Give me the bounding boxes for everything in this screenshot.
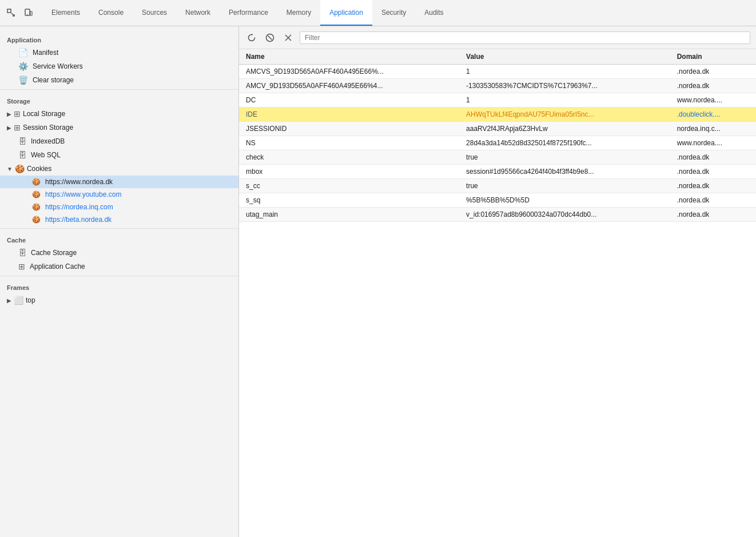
cell-value: aaaRV2f4JRApja6Z3HvLw [459,122,670,136]
col-header-domain: Domain [670,49,756,65]
close-button[interactable] [281,31,295,45]
main-layout: Application 📄 Manifest ⚙️ Service Worker… [0,26,756,537]
table-row[interactable]: checktrue.nordea.dk [239,150,756,165]
service-workers-label: Service Workers [33,62,83,70]
cell-value: 28d4a3da14b52d8d325014f8725f190fc... [459,136,670,150]
tab-network[interactable]: Network [176,0,220,26]
sidebar-item-application-cache[interactable]: ⊞ Application Cache [0,260,238,273]
cell-value: 1 [459,93,670,108]
svg-rect-2 [30,11,32,15]
divider-1 [0,89,238,90]
cell-name: utag_main [239,208,459,222]
sidebar-item-cookies[interactable]: ▼ 🍪 Cookies [0,162,238,176]
tab-sources[interactable]: Sources [133,0,176,26]
sidebar-item-cookie-beta[interactable]: 🍪 https://beta.nordea.dk [0,213,238,226]
main-tabs: Elements Console Sources Network Perform… [42,0,453,26]
cell-domain: .doubleclick.... [670,108,756,122]
cell-domain: .nordea.dk [670,79,756,93]
cell-value: AHWqTUkLf4EqpndAU75FUima05rI5nc... [459,108,670,122]
cookies-label: Cookies [27,165,51,173]
cell-value: v_id:016957ad8b96000324a070dc44db0... [459,208,670,222]
cookie-nordea-url: https://www.nordea.dk [45,178,113,186]
sidebar-item-local-storage[interactable]: ▶ ⊞ Local Storage [0,107,238,121]
sidebar-item-indexeddb[interactable]: 🗄 IndexedDB [0,134,238,148]
table-row[interactable]: NS28d4a3da14b52d8d325014f8725f190fc...ww… [239,136,756,150]
sidebar-item-cookie-nordea[interactable]: 🍪 https://www.nordea.dk [0,176,238,188]
svg-rect-0 [7,9,11,13]
table-row[interactable]: utag_mainv_id:016957ad8b96000324a070dc44… [239,208,756,222]
tab-security[interactable]: Security [372,0,415,26]
cell-domain: .nordea.dk [670,179,756,193]
table-row[interactable]: JSESSIONIDaaaRV2f4JRApja6Z3HvLwnordea.in… [239,122,756,136]
cookie-beta-url: https://beta.nordea.dk [45,216,112,224]
indexeddb-icon: 🗄 [18,137,26,146]
refresh-button[interactable] [245,31,258,45]
tab-performance[interactable]: Performance [220,0,277,26]
sidebar-item-manifest[interactable]: 📄 Manifest [0,46,238,59]
cell-name: AMCV_9D193D565A0AFF460A495E66%4... [239,79,459,93]
tab-console[interactable]: Console [89,0,133,26]
cell-domain: nordea.inq.c... [670,122,756,136]
cache-storage-label: Cache Storage [31,249,77,257]
sidebar-item-cookie-inq[interactable]: 🍪 https://nordea.inq.com [0,201,238,213]
cell-name: AMCVS_9D193D565A0AFF460A495E66%... [239,65,459,79]
manifest-label: Manifest [33,49,58,57]
cookie-beta-icon: 🍪 [32,216,41,224]
filter-input[interactable] [300,31,750,44]
svg-line-5 [268,35,272,39]
table-row[interactable]: mboxsession#1d95566ca4264f40b4f3ff4b9e8.… [239,165,756,179]
clear-button[interactable] [263,31,277,45]
cell-name: s_cc [239,179,459,193]
device-icon[interactable] [22,6,35,20]
cookie-youtube-url: https://www.youtube.com [45,190,121,198]
cell-domain: www.nordea.... [670,136,756,150]
tab-audits[interactable]: Audits [415,0,452,26]
tab-application[interactable]: Application [320,0,372,26]
divider-3 [0,276,238,276]
tab-elements[interactable]: Elements [42,0,89,26]
cell-value: true [459,150,670,165]
divider-2 [0,228,238,229]
table-row[interactable]: AMCVS_9D193D565A0AFF460A495E66%...1.nord… [239,65,756,79]
table-row[interactable]: s_sq%5B%5BB%5D%5D.nordea.dk [239,193,756,208]
cell-domain: .nordea.dk [670,150,756,165]
table-row[interactable]: AMCV_9D193D565A0AFF460A495E66%4...-13035… [239,79,756,93]
cell-name: NS [239,136,459,150]
tab-memory[interactable]: Memory [277,0,320,26]
sidebar-item-session-storage[interactable]: ▶ ⊞ Session Storage [0,121,238,134]
cookies-arrow: ▼ [7,166,13,172]
table-row[interactable]: s_cctrue.nordea.dk [239,179,756,193]
tab-bar: Elements Console Sources Network Perform… [0,0,756,26]
cookie-inq-icon: 🍪 [32,203,41,211]
cookie-inq-url: https://nordea.inq.com [45,203,113,211]
right-panel: Name Value Domain AMCVS_9D193D565A0AFF46… [239,26,756,537]
cell-value: -1303530583%7CMCIDTS%7C17963%7... [459,79,670,93]
sidebar: Application 📄 Manifest ⚙️ Service Worker… [0,26,239,537]
table-row[interactable]: DC1www.nordea.... [239,93,756,108]
cookie-table: Name Value Domain AMCVS_9D193D565A0AFF46… [239,49,756,537]
col-header-name: Name [239,49,459,65]
sidebar-item-cookie-youtube[interactable]: 🍪 https://www.youtube.com [0,188,238,201]
cookie-toolbar [239,26,756,49]
web-sql-label: Web SQL [31,151,61,159]
clear-storage-label: Clear storage [33,76,74,84]
sidebar-item-service-workers[interactable]: ⚙️ Service Workers [0,59,238,73]
col-header-value: Value [459,49,670,65]
table-row[interactable]: IDEAHWqTUkLf4EqpndAU75FUima05rI5nc....do… [239,108,756,122]
sidebar-item-cache-storage[interactable]: 🗄 Cache Storage [0,246,238,260]
cell-domain: .nordea.dk [670,65,756,79]
frames-section-header: Frames [0,279,238,293]
cell-name: IDE [239,108,459,122]
cache-storage-icon: 🗄 [18,248,26,257]
cell-value: 1 [459,65,670,79]
sidebar-item-top[interactable]: ▶ ⬜ top [0,293,238,307]
cell-name: mbox [239,165,459,179]
sidebar-item-clear-storage[interactable]: 🗑️ Clear storage [0,73,238,87]
inspect-icon[interactable] [5,6,18,20]
sidebar-item-web-sql[interactable]: 🗄 Web SQL [0,148,238,162]
cell-domain: .nordea.dk [670,193,756,208]
indexeddb-label: IndexedDB [31,137,65,145]
application-cache-label: Application Cache [30,262,85,271]
cookies-data-table: Name Value Domain AMCVS_9D193D565A0AFF46… [239,49,756,222]
svg-point-3 [27,14,27,14]
